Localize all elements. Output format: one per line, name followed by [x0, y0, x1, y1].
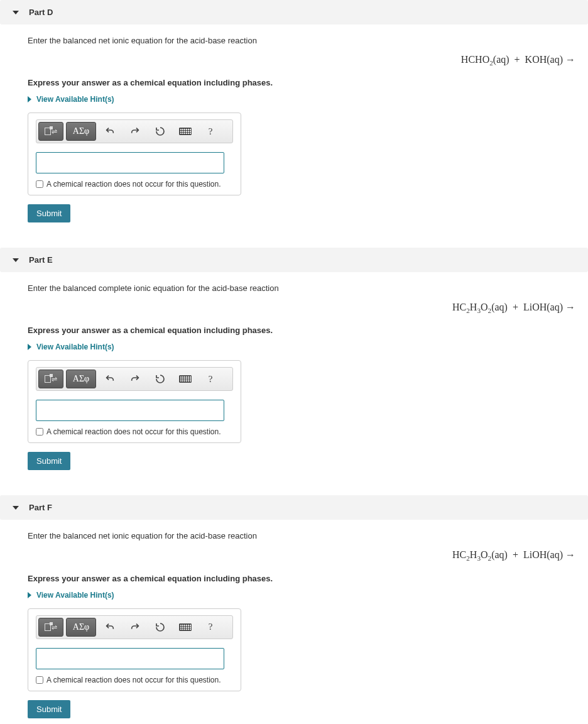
answer-input[interactable]	[36, 152, 224, 173]
caret-right-icon	[28, 96, 31, 102]
greek-symbols-button[interactable]: ΑΣφ	[66, 370, 96, 388]
undo-button[interactable]	[99, 618, 121, 637]
reset-button[interactable]	[149, 370, 172, 388]
help-button[interactable]: ?	[199, 370, 222, 388]
instruction-text: Express your answer as a chemical equati…	[28, 574, 575, 583]
part-E: Part E Enter the balanced complete ionic…	[0, 248, 588, 483]
hints-label: View Available Hint(s)	[36, 343, 114, 351]
view-hints-link[interactable]: View Available Hint(s)	[28, 591, 114, 600]
formula-template-icon: ⇌	[45, 623, 57, 631]
reset-button[interactable]	[149, 618, 172, 637]
question-text: Enter the balanced net ionic equation fo…	[28, 531, 575, 540]
part-title: Part F	[29, 503, 52, 512]
no-reaction-row[interactable]: A chemical reaction does not occur for t…	[36, 676, 233, 684]
formula-template-icon: ⇌	[45, 128, 57, 135]
part-title: Part D	[29, 8, 53, 17]
keyboard-icon	[179, 375, 192, 383]
no-reaction-row[interactable]: A chemical reaction does not occur for t…	[36, 180, 233, 189]
help-button[interactable]: ?	[199, 618, 222, 637]
no-reaction-label: A chemical reaction does not occur for t…	[46, 180, 220, 189]
caret-down-icon	[13, 11, 19, 14]
undo-button[interactable]	[99, 370, 121, 388]
greek-symbols-button[interactable]: ΑΣφ	[66, 618, 96, 637]
part-header[interactable]: Part E	[0, 248, 588, 272]
caret-right-icon	[28, 592, 31, 598]
equation-display: HCHO2(aq) + KOH(aq) →	[28, 54, 575, 67]
instruction-text: Express your answer as a chemical equati…	[28, 326, 575, 335]
no-reaction-checkbox[interactable]	[36, 180, 43, 188]
no-reaction-label: A chemical reaction does not occur for t…	[46, 676, 220, 684]
part-header[interactable]: Part F	[0, 495, 588, 520]
view-hints-link[interactable]: View Available Hint(s)	[28, 95, 114, 104]
formula-template-button[interactable]: ⇌	[38, 122, 63, 141]
help-button[interactable]: ?	[199, 122, 222, 141]
part-body: Enter the balanced complete ionic equati…	[0, 272, 588, 483]
equation-display: HC2H3O2(aq) + LiOH(aq) →	[28, 302, 575, 314]
no-reaction-checkbox[interactable]	[36, 428, 43, 436]
question-text: Enter the balanced net ionic equation fo…	[28, 36, 575, 45]
part-header[interactable]: Part D	[0, 0, 588, 25]
caret-down-icon	[13, 258, 19, 262]
part-F: Part F Enter the balanced net ionic equa…	[0, 495, 588, 724]
keyboard-icon	[179, 623, 192, 631]
question-text: Enter the balanced complete ionic equati…	[28, 283, 575, 293]
undo-button[interactable]	[99, 122, 121, 141]
answer-box: ⇌ ΑΣφ ? A chemical reaction does not occ…	[28, 608, 241, 691]
instruction-text: Express your answer as a chemical equati…	[28, 78, 575, 87]
keyboard-button[interactable]	[174, 618, 197, 637]
caret-down-icon	[13, 506, 19, 510]
answer-input[interactable]	[36, 648, 224, 669]
keyboard-icon	[179, 128, 192, 135]
no-reaction-label: A chemical reaction does not occur for t…	[46, 427, 220, 436]
part-title: Part E	[29, 255, 53, 265]
redo-button[interactable]	[124, 618, 146, 637]
answer-box: ⇌ ΑΣφ ? A chemical reaction does not occ…	[28, 360, 241, 443]
part-body: Enter the balanced net ionic equation fo…	[0, 520, 588, 724]
answer-input[interactable]	[36, 400, 224, 421]
formula-template-icon: ⇌	[45, 375, 57, 383]
submit-button[interactable]: Submit	[28, 204, 70, 222]
submit-button[interactable]: Submit	[28, 700, 70, 718]
formula-template-button[interactable]: ⇌	[38, 618, 63, 637]
equation-toolbar: ⇌ ΑΣφ ?	[36, 615, 233, 639]
caret-right-icon	[28, 344, 31, 350]
formula-template-button[interactable]: ⇌	[38, 370, 63, 388]
equation-toolbar: ⇌ ΑΣφ ?	[36, 119, 233, 143]
reset-button[interactable]	[149, 122, 172, 141]
no-reaction-row[interactable]: A chemical reaction does not occur for t…	[36, 427, 233, 436]
view-hints-link[interactable]: View Available Hint(s)	[28, 343, 114, 351]
submit-button[interactable]: Submit	[28, 452, 70, 470]
equation-display: HC2H3O2(aq) + LiOH(aq) →	[28, 549, 575, 562]
answer-box: ⇌ ΑΣφ ? A chemical reaction does not occ…	[28, 112, 241, 195]
part-body: Enter the balanced net ionic equation fo…	[0, 25, 588, 235]
redo-button[interactable]	[124, 370, 146, 388]
part-D: Part D Enter the balanced net ionic equa…	[0, 0, 588, 235]
hints-label: View Available Hint(s)	[36, 95, 114, 104]
greek-symbols-button[interactable]: ΑΣφ	[66, 122, 96, 141]
equation-toolbar: ⇌ ΑΣφ ?	[36, 367, 233, 391]
redo-button[interactable]	[124, 122, 146, 141]
keyboard-button[interactable]	[174, 370, 197, 388]
keyboard-button[interactable]	[174, 122, 197, 141]
hints-label: View Available Hint(s)	[36, 591, 114, 600]
no-reaction-checkbox[interactable]	[36, 676, 43, 684]
